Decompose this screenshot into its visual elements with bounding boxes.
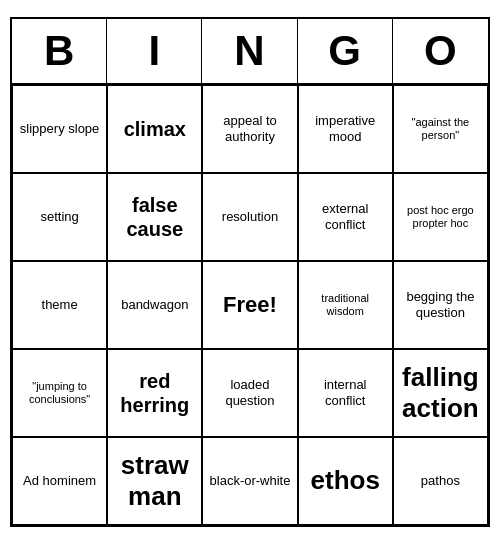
cell-23[interactable]: ethos [298,437,393,525]
header-g: G [298,19,393,83]
cell-19[interactable]: falling action [393,349,488,437]
cell-15[interactable]: "jumping to conclusions" [12,349,107,437]
cell-18[interactable]: internal conflict [298,349,393,437]
cell-8[interactable]: external conflict [298,173,393,261]
cell-22[interactable]: black-or-white [202,437,297,525]
cell-1[interactable]: climax [107,85,202,173]
header-n: N [202,19,297,83]
cell-5[interactable]: setting [12,173,107,261]
bingo-header: B I N G O [12,19,488,85]
cell-0[interactable]: slippery slope [12,85,107,173]
bingo-grid: slippery slope climax appeal to authorit… [12,85,488,525]
cell-20[interactable]: Ad hominem [12,437,107,525]
cell-9[interactable]: post hoc ergo propter hoc [393,173,488,261]
cell-6[interactable]: false cause [107,173,202,261]
cell-12-free[interactable]: Free! [202,261,297,349]
cell-7[interactable]: resolution [202,173,297,261]
header-b: B [12,19,107,83]
header-i: I [107,19,202,83]
cell-13[interactable]: traditional wisdom [298,261,393,349]
cell-2[interactable]: appeal to authority [202,85,297,173]
cell-24[interactable]: pathos [393,437,488,525]
cell-3[interactable]: imperative mood [298,85,393,173]
cell-17[interactable]: loaded question [202,349,297,437]
cell-4[interactable]: "against the person" [393,85,488,173]
cell-21[interactable]: straw man [107,437,202,525]
cell-11[interactable]: bandwagon [107,261,202,349]
cell-14[interactable]: begging the question [393,261,488,349]
bingo-card: B I N G O slippery slope climax appeal t… [10,17,490,527]
header-o: O [393,19,488,83]
cell-16[interactable]: red herring [107,349,202,437]
cell-10[interactable]: theme [12,261,107,349]
